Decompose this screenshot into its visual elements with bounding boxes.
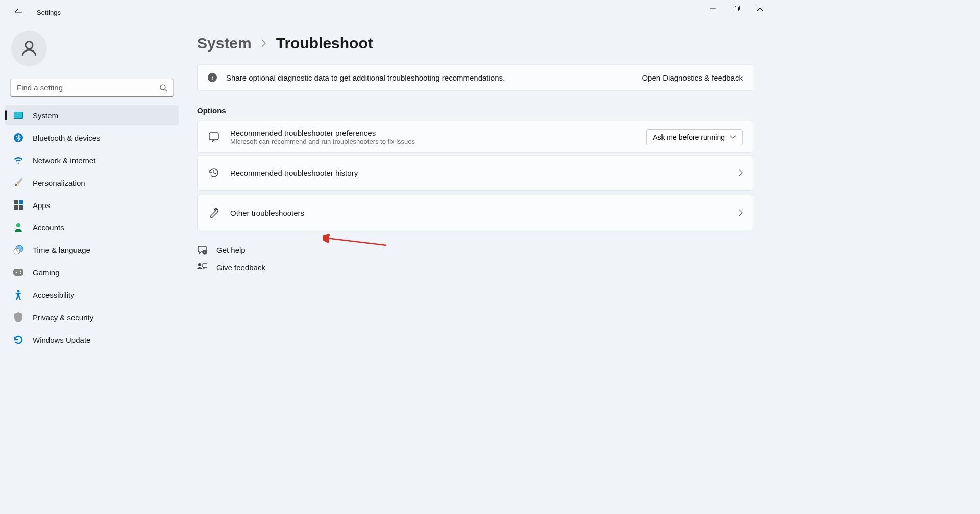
chevron-down-icon [730,135,736,139]
card-title: Recommended troubleshooter history [230,169,739,177]
sidebar-item-personalization[interactable]: Personalization [5,172,179,193]
nav-label: Gaming [33,268,60,277]
wrench-icon [208,207,220,219]
svg-point-14 [20,271,21,272]
chat-icon [208,131,220,143]
nav-label: Privacy & security [33,313,93,322]
svg-point-15 [20,273,21,274]
info-banner: i Share optional diagnostic data to get … [197,64,753,91]
main-content: System Troubleshoot i Share optional dia… [184,24,772,405]
card-title: Other troubleshooters [230,209,739,217]
nav-label: Network & internet [33,156,95,165]
history-card[interactable]: Recommended troubleshooter history [197,155,753,191]
breadcrumb-parent[interactable]: System [197,35,252,52]
minimize-button[interactable] [701,0,725,16]
chevron-right-icon [261,38,267,48]
window-controls [701,0,772,16]
nav-label: Accessibility [33,291,75,299]
svg-rect-8 [14,205,18,210]
sidebar-item-network[interactable]: Network & internet [5,150,179,170]
update-icon [13,335,23,345]
nav-label: Time & language [33,246,90,254]
dropdown-value: Ask me before running [653,133,725,141]
other-troubleshooters-card[interactable]: Other troubleshooters [197,195,753,230]
svg-point-1 [26,42,33,49]
sidebar-item-time-language[interactable]: Time & language [5,240,179,260]
sidebar-item-windows-update[interactable]: Windows Update [5,329,179,350]
close-button[interactable] [748,0,772,16]
minimize-icon [710,6,716,11]
titlebar: Settings [0,0,772,24]
accounts-icon [13,222,23,233]
nav-label: Bluetooth & devices [33,134,101,142]
get-help-link[interactable]: Get help [197,245,753,255]
apps-icon [13,200,23,210]
svg-point-19 [198,263,201,266]
svg-rect-9 [19,205,23,210]
svg-rect-6 [14,200,18,204]
svg-point-10 [16,223,20,227]
person-icon [19,39,39,58]
nav-label: Personalization [33,178,85,187]
search-icon [159,84,167,92]
chevron-right-icon [739,169,743,176]
maximize-icon [734,6,740,11]
sidebar-item-gaming[interactable]: Gaming [5,262,179,282]
close-icon [757,6,763,11]
arrow-left-icon [14,8,22,16]
sidebar-item-system[interactable]: System [5,105,179,125]
svg-point-2 [160,85,165,90]
nav-label: Windows Update [33,336,90,344]
feedback-icon [197,262,207,272]
diagnostics-feedback-link[interactable]: Open Diagnostics & feedback [642,73,743,82]
nav-label: System [33,111,58,120]
paintbrush-icon [13,177,23,188]
gaming-icon [13,267,23,277]
nav-label: Accounts [33,223,64,232]
svg-rect-7 [19,200,23,204]
svg-rect-0 [734,7,738,11]
chevron-right-icon [739,209,743,216]
sidebar-item-accessibility[interactable]: Accessibility [5,285,179,305]
breadcrumb-current: Troubleshoot [276,35,373,52]
user-avatar[interactable] [11,31,47,66]
svg-rect-20 [203,264,207,267]
sidebar-item-bluetooth[interactable]: Bluetooth & devices [5,127,179,148]
sidebar: System Bluetooth & devices Network & int… [0,24,184,405]
svg-point-13 [16,272,17,273]
system-icon [13,110,23,120]
search-input[interactable] [10,79,174,97]
app-title: Settings [37,9,61,16]
sidebar-item-apps[interactable]: Apps [5,195,179,215]
breadcrumb: System Troubleshoot [197,35,753,52]
give-feedback-link[interactable]: Give feedback [197,262,753,272]
maximize-button[interactable] [725,0,748,16]
wifi-icon [13,155,23,165]
sidebar-item-accounts[interactable]: Accounts [5,217,179,238]
bluetooth-icon [13,133,23,143]
recommended-prefs-card[interactable]: Recommended troubleshooter preferences M… [197,121,753,153]
history-icon [208,167,220,179]
info-text: Share optional diagnostic data to get ad… [226,73,642,82]
help-icon [197,245,207,255]
accessibility-icon [13,290,23,300]
card-subtitle: Microsoft can recommend and run troubles… [230,138,646,145]
clock-globe-icon [13,245,23,255]
svg-point-16 [17,290,20,293]
link-label: Get help [216,246,246,254]
nav-label: Apps [33,201,50,210]
prefs-dropdown[interactable]: Ask me before running [646,129,743,145]
card-title: Recommended troubleshooter preferences [230,128,646,137]
back-button[interactable] [8,2,29,22]
link-label: Give feedback [216,263,265,272]
options-title: Options [197,106,753,115]
sidebar-item-privacy[interactable]: Privacy & security [5,307,179,327]
svg-rect-17 [209,133,218,140]
info-icon: i [208,73,217,82]
search-box [10,79,174,97]
svg-rect-4 [14,112,22,118]
shield-icon [13,312,23,322]
